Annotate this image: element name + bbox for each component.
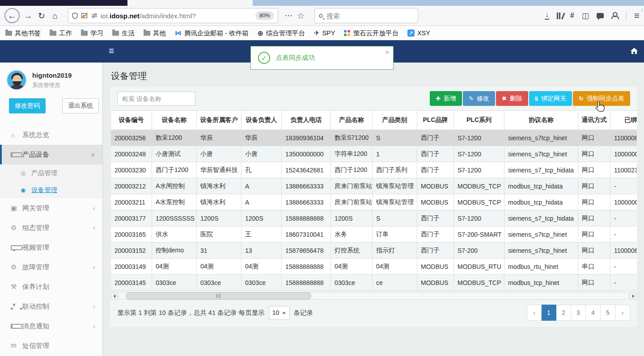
table-row[interactable]: 20000314904测04测04测1588888888804测04测MODBU… bbox=[111, 259, 637, 275]
scrollbar-thumb[interactable] bbox=[126, 292, 311, 300]
table-row[interactable]: 200003248小唐测试小唐小唐13500000000字符串12001西门子S… bbox=[111, 146, 637, 162]
table-row[interactable]: 200003212A水闸控制镇海水利A13886663333庶来门前泵站镇海泵站… bbox=[111, 178, 637, 194]
sidebar-toggle-icon[interactable]: ◫ bbox=[582, 12, 589, 20]
bookmark-item[interactable]: ✈SPY bbox=[314, 29, 335, 37]
sidebar-item-短信管理[interactable]: ✉短信管理 bbox=[0, 336, 102, 356]
shield-icon[interactable] bbox=[72, 13, 78, 19]
page-current[interactable]: 1 bbox=[542, 305, 556, 321]
plus-action-button[interactable]: ✚新增 bbox=[430, 91, 462, 106]
table-row[interactable]: 200003256数采1200华辰华辰18390936104数采S71200S西… bbox=[111, 130, 637, 146]
table-cell: 西门子 bbox=[417, 243, 454, 259]
home-icon[interactable]: ⌂ bbox=[49, 12, 61, 20]
url-text[interactable]: iot.idosp.net/admin/index.html? bbox=[101, 12, 252, 20]
browser-search-input[interactable] bbox=[326, 12, 394, 20]
permissions-icon[interactable] bbox=[91, 13, 97, 18]
table-cell: 200003177 bbox=[111, 210, 152, 226]
table-cell: 订单 bbox=[373, 226, 417, 243]
bookmark-label: 其他书签 bbox=[15, 29, 41, 38]
browser-search[interactable] bbox=[314, 8, 418, 23]
table-cell: siemens_s7tcp_hinet bbox=[504, 146, 578, 162]
table-row[interactable]: 200003230西门子1200华辰智通科技孔15243642681西门子120… bbox=[111, 162, 637, 178]
table-cell: 网口 bbox=[578, 226, 610, 243]
sidebar-menu: ⌂系统总览产品设备∨◎产品管理◉设备管理▣网关管理‹⚙组态管理‹视频管理⚙故障管… bbox=[0, 125, 102, 356]
url-subdomain: iot. bbox=[101, 12, 110, 20]
sidebar-subitem-设备管理[interactable]: ◉设备管理 bbox=[0, 181, 102, 198]
page-button[interactable]: ‹ bbox=[527, 305, 542, 321]
column-header: 通讯方式 bbox=[578, 111, 610, 130]
url-bar[interactable]: iot.idosp.net/admin/index.html? 80% bbox=[68, 8, 278, 23]
chevron-down-icon: ∨ bbox=[91, 151, 95, 158]
sidebar-subitem-产品管理[interactable]: ◎产品管理 bbox=[0, 164, 102, 181]
table-row[interactable]: 2000031450303ce0303ce0303ce1588888888803… bbox=[111, 275, 637, 291]
device-search-input[interactable] bbox=[117, 92, 195, 106]
bookmark-item[interactable]: 学习 bbox=[81, 29, 103, 38]
horizontal-scrollbar[interactable] bbox=[111, 292, 636, 300]
x-action-button[interactable]: ✖删除 bbox=[496, 91, 528, 106]
bookmark-item[interactable]: 生活 bbox=[112, 29, 135, 38]
sidebar-item-联动控制[interactable]: 联动控制‹ bbox=[0, 297, 102, 316]
active-tab[interactable] bbox=[127, 0, 253, 6]
sidebar-item-网关管理[interactable]: ▣网关管理‹ bbox=[0, 198, 102, 218]
page-actions-icon[interactable]: ⋯ bbox=[284, 11, 292, 21]
bookmark-item[interactable]: ⋈腾讯企业邮箱 - 收件箱 bbox=[175, 29, 248, 38]
toast-close-icon[interactable]: × bbox=[385, 48, 389, 56]
scroll-left-icon[interactable] bbox=[111, 292, 118, 300]
sidebar-submenu: ◎产品管理◉设备管理 bbox=[0, 164, 102, 198]
logout-button[interactable]: 退出系统 bbox=[62, 98, 99, 113]
scroll-right-icon[interactable] bbox=[630, 292, 636, 300]
table-cell: - bbox=[610, 226, 637, 243]
bookmark-item[interactable]: 工作 bbox=[50, 29, 72, 38]
page-button[interactable]: 4 bbox=[586, 305, 601, 321]
zoom-level-badge[interactable]: 80% bbox=[255, 11, 274, 20]
app-home-icon[interactable] bbox=[630, 47, 638, 54]
table-row[interactable]: 2000031771200SSSSSS1200S1200S15888888888… bbox=[111, 210, 637, 226]
gears-icon: ⚙ bbox=[11, 224, 22, 232]
link-action-button[interactable]: §绑定网关 bbox=[529, 91, 572, 106]
reload-icon[interactable]: ↻ bbox=[36, 12, 47, 20]
table-cell: 网口 bbox=[578, 194, 610, 210]
screenshot-icon[interactable]: # bbox=[570, 12, 574, 20]
sidebar-item-消息通知[interactable]: 消息通知‹ bbox=[0, 316, 102, 336]
table-cell: 西门子1200 bbox=[152, 162, 197, 178]
back-icon[interactable]: ← bbox=[4, 8, 20, 23]
sidebar-item-组态管理[interactable]: ⚙组态管理‹ bbox=[0, 218, 102, 238]
change-password-button[interactable]: 修改密码 bbox=[9, 98, 46, 113]
page-size-select[interactable]: 10 bbox=[269, 306, 290, 320]
bookmark-item[interactable]: ↗XSY bbox=[407, 29, 430, 37]
forward-icon[interactable]: → bbox=[22, 12, 34, 20]
sidebar-item-label: 短信管理 bbox=[22, 342, 49, 350]
sidebar-item-系统总览[interactable]: ⌂系统总览 bbox=[0, 125, 102, 145]
table-cell: MODBUS bbox=[417, 259, 454, 275]
sidebar-item-故障管理[interactable]: ⚙故障管理‹ bbox=[0, 257, 102, 277]
table-row[interactable]: 200003165供水医院王18607310041水务订单西门子S7-200-S… bbox=[111, 226, 637, 243]
table-cell: - bbox=[610, 275, 637, 291]
scrollbar-track[interactable] bbox=[118, 292, 629, 300]
menu-icon[interactable]: ≡↑ bbox=[634, 10, 640, 21]
sidebar-item-产品设备[interactable]: 产品设备∨ bbox=[0, 145, 102, 164]
home-icon: ⌂ bbox=[11, 131, 22, 139]
bookmark-item[interactable]: 其他书签 bbox=[5, 29, 41, 38]
library-icon[interactable] bbox=[557, 13, 563, 19]
table-row[interactable]: 200003211A水泵控制镇海水利A13886663333庶来门前泵站镇海泵站… bbox=[111, 194, 637, 210]
messages-icon[interactable] bbox=[597, 13, 604, 18]
url-domain: idosp.net bbox=[110, 12, 140, 20]
page-button[interactable]: 3 bbox=[571, 305, 586, 321]
monitor-icon bbox=[11, 245, 22, 250]
sidebar-item-视频管理[interactable]: 视频管理 bbox=[0, 238, 102, 257]
images-blocked-icon[interactable] bbox=[81, 13, 88, 19]
table-row[interactable]: 200003152控制demo311315878656478灯控系统指示灯西门子… bbox=[111, 243, 637, 259]
bookmark-item[interactable]: 萤石云开放平台 bbox=[344, 29, 398, 38]
pencil-action-button[interactable]: ✎修改 bbox=[463, 91, 495, 106]
page-button[interactable]: › bbox=[615, 305, 630, 321]
account-icon[interactable] bbox=[611, 12, 619, 19]
bookmark-item[interactable]: ⊕综合管理平台 bbox=[257, 29, 305, 38]
sidebar-collapse-icon[interactable]: ≡ bbox=[109, 46, 114, 56]
sidebar-item-保养计划[interactable]: ⚒保养计划 bbox=[0, 277, 102, 297]
page-button[interactable]: 5 bbox=[601, 305, 615, 321]
downloads-icon[interactable]: ↓ bbox=[545, 12, 549, 19]
avatar[interactable] bbox=[6, 70, 27, 90]
table-cell: 04测 bbox=[331, 259, 373, 275]
bookmark-item[interactable]: 其他 bbox=[144, 29, 166, 38]
bookmark-star-icon[interactable]: ☆ bbox=[297, 11, 305, 21]
page-button[interactable]: 2 bbox=[556, 305, 571, 321]
